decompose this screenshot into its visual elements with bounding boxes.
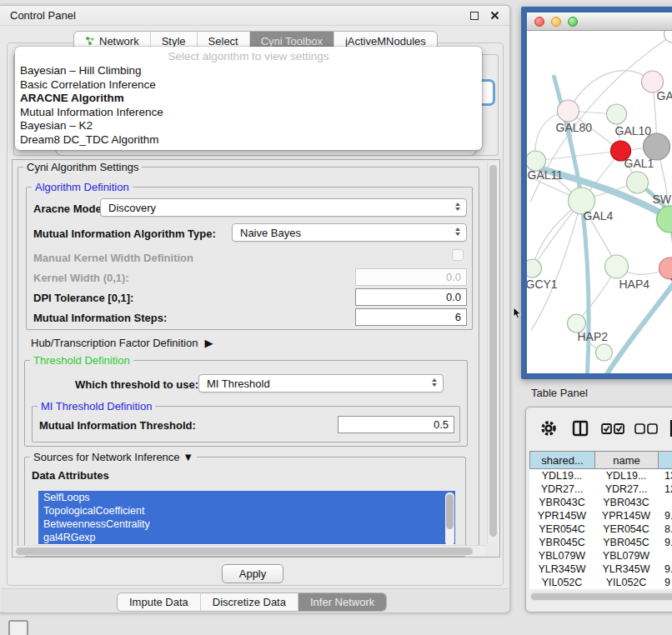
cell-shared: YIL052C: [529, 576, 594, 589]
combo-stepper-icon: [432, 378, 437, 387]
dropdown-item-mutual-information[interactable]: Mutual Information Inference: [15, 106, 482, 120]
algorithm-dropdown-list: Select algorithm to view settings Bayesi…: [15, 47, 482, 150]
aracne-mode-value: Discovery: [108, 202, 156, 214]
checked-boxes-icon[interactable]: [601, 422, 624, 434]
cell-name: YBR043C: [594, 496, 658, 509]
dropdown-item-bayesian-hill-climbing[interactable]: Bayesian – Hill Climbing: [15, 64, 482, 78]
network-node-labels: GAL GAL80 GAL10 GAL1 GAL11 SWI4 GAL4 GCY…: [527, 89, 672, 343]
table-horizontal-scrollbar[interactable]: [529, 592, 672, 602]
dropdown-item-aracne[interactable]: ARACNE Algorithm: [15, 92, 482, 106]
table-panel-title: Table Panel: [531, 387, 588, 399]
cell-shared: YLR345W: [529, 562, 594, 576]
tab-discretize-data[interactable]: Discretize Data: [201, 593, 298, 611]
network-canvas[interactable]: GAL GAL80 GAL10 GAL1 GAL11 SWI4 GAL4 GCY…: [527, 31, 672, 373]
table-row[interactable]: YBR045C YBR045C 9.: [529, 536, 672, 549]
unchecked-boxes-icon[interactable]: [634, 422, 658, 434]
manual-kernel-checkbox[interactable]: [452, 249, 464, 261]
minimized-panel-icon[interactable]: [8, 620, 28, 635]
cell-value: 13: [658, 469, 672, 482]
sources-group-title[interactable]: Sources for Network Inference ▼: [30, 451, 197, 463]
dropdown-item-dream8[interactable]: Dream8 DC_TDC Algorithm: [15, 133, 482, 148]
attribute-item-gal4rgexp[interactable]: gal4RGexp: [38, 531, 455, 544]
cell-value: 12: [658, 482, 672, 496]
data-attributes-label: Data Attributes: [32, 469, 109, 482]
gear-icon[interactable]: [539, 420, 558, 437]
dropdown-item-basic-correlation[interactable]: Basic Correlation Inference: [15, 78, 482, 92]
combo-stepper-icon: [455, 228, 460, 236]
network-node-partial-bottom[interactable]: [596, 344, 613, 361]
attribute-item-topological[interactable]: TopologicalCoefficient: [38, 504, 455, 518]
mi-steps-field[interactable]: 6: [355, 308, 467, 326]
kernel-width-field[interactable]: 0.0: [355, 268, 467, 286]
cell-shared: YBL079W: [529, 549, 594, 562]
mi-threshold-field[interactable]: 0.5: [338, 416, 454, 433]
network-node-partial-top[interactable]: [664, 31, 672, 42]
table-row[interactable]: YDR27... YDR27... 12: [529, 482, 672, 496]
table-row[interactable]: YDL19... YDL19... 13: [529, 469, 672, 482]
table-row[interactable]: YIL052C YIL052C 9: [529, 576, 672, 589]
column-header-partial[interactable]: A: [658, 451, 672, 469]
which-threshold-value: MI Threshold: [207, 378, 270, 390]
tab-impute-data[interactable]: Impute Data: [118, 593, 201, 611]
which-threshold-combo[interactable]: MI Threshold: [198, 374, 444, 392]
aracne-mode-combo[interactable]: Discovery: [100, 198, 467, 217]
settings-vertical-scrollbar[interactable]: [487, 162, 499, 543]
close-icon[interactable]: [490, 11, 499, 20]
table-row[interactable]: YBL079W YBL079W: [529, 549, 672, 562]
minimize-traffic-light-icon[interactable]: [551, 17, 561, 27]
attribute-item-betweenness[interactable]: BetweennessCentrality: [38, 518, 455, 531]
control-panel-window: Control Panel Network Style Sele: [0, 5, 510, 612]
network-node-gal80[interactable]: [558, 100, 579, 122]
mi-type-value: Naive Bayes: [240, 227, 301, 239]
float-window-icon[interactable]: [470, 12, 479, 20]
cell-shared: YDR27...: [529, 482, 594, 496]
cell-value: 9: [658, 576, 672, 589]
dpi-tolerance-field[interactable]: 0.0: [355, 288, 467, 306]
table-row[interactable]: YER054C YER054C 8.: [529, 522, 672, 536]
column-header-shared-name[interactable]: shared...: [529, 451, 594, 469]
zoom-traffic-light-icon[interactable]: [568, 17, 578, 27]
mi-threshold-group: MI Threshold Definition Mutual Informati…: [32, 406, 460, 442]
table-row[interactable]: YLR345W YLR345W 9.: [529, 562, 672, 576]
attribute-item-selfloops[interactable]: SelfLoops: [38, 491, 455, 504]
node-label-gal11: GAL11: [528, 168, 564, 182]
table-header-row: shared... name A: [529, 451, 672, 469]
apply-button[interactable]: Apply: [222, 564, 283, 583]
network-node-gal10[interactable]: [607, 104, 627, 124]
cell-name: YBL079W: [594, 549, 658, 562]
network-node-gal1[interactable]: [627, 172, 649, 193]
close-traffic-light-icon[interactable]: [534, 17, 544, 27]
sources-title-text: Sources for Network Inference: [33, 451, 180, 463]
tab-cyni-toolbox-label: Cyni Toolbox: [261, 35, 323, 48]
network-tab-icon: [85, 36, 95, 46]
dropdown-item-bayesian-k2[interactable]: Bayesian – K2: [15, 119, 482, 133]
cyni-settings-group-title: Cyni Algorithm Settings: [23, 161, 142, 173]
hub-factor-expander[interactable]: Hub/Transcription Factor Definition ▶: [31, 337, 213, 349]
cell-value: 9.: [658, 509, 672, 522]
cell-value: 8.: [658, 522, 672, 536]
cell-name: YPR145W: [594, 509, 658, 522]
hub-factor-label: Hub/Transcription Factor Definition: [31, 337, 198, 349]
node-label-gal1: GAL1: [624, 157, 654, 170]
network-node-hap4[interactable]: [605, 255, 629, 278]
tab-style-label: Style: [162, 35, 186, 48]
node-label-hap2: HAP2: [578, 330, 609, 343]
table-panel-window: shared... name A YDL19... YDL19... 13 YD…: [525, 407, 672, 612]
tab-infer-network[interactable]: Infer Network: [298, 593, 386, 611]
table-row[interactable]: YBR043C YBR043C: [529, 496, 672, 509]
which-threshold-label: Which threshold to use:: [75, 378, 198, 391]
node-label-gal-partial: GAL: [657, 89, 672, 102]
cell-shared: YER054C: [529, 522, 594, 536]
cell-value: 9.: [658, 536, 672, 549]
cell-name: YER054C: [594, 522, 658, 536]
table-row[interactable]: YPR145W YPR145W 9.: [529, 509, 672, 522]
mi-type-label: Mutual Information Algorithm Type:: [33, 228, 216, 240]
mi-threshold-label: Mutual Information Threshold:: [39, 419, 196, 432]
network-edges-teal: [531, 77, 672, 373]
column-header-name[interactable]: name: [594, 451, 658, 469]
network-node-gcy1[interactable]: [527, 259, 542, 278]
settings-horizontal-scrollbar[interactable]: [14, 545, 485, 556]
mi-type-combo[interactable]: Naive Bayes: [232, 223, 467, 242]
attributes-list-scrollbar[interactable]: [445, 492, 454, 546]
split-columns-icon[interactable]: [571, 420, 589, 437]
